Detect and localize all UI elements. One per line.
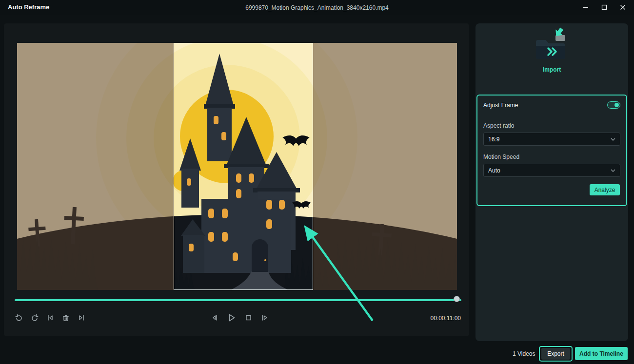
export-button[interactable]: Export [541,348,570,360]
playhead-handle[interactable] [454,296,460,302]
maximize-icon [600,3,609,12]
skip-to-start-button[interactable] [46,313,55,322]
adjust-frame-title: Adjust Frame [483,102,518,109]
delete-button[interactable] [61,313,70,322]
settings-panel: Import Adjust Frame Aspect ratio 16:9 Mo… [476,23,628,341]
aspect-ratio-select[interactable]: 16:9 [483,133,620,146]
stop-button[interactable] [244,313,253,322]
play-icon [226,312,237,323]
skip-to-start-icon [46,313,55,322]
chevron-down-icon [611,169,615,172]
motion-speed-value: Auto [488,167,500,174]
window-controls [576,0,632,15]
playback-controls [210,312,269,323]
add-to-timeline-button[interactable]: Add to Timeline [575,347,628,360]
adjust-frame-section: Adjust Frame Aspect ratio 16:9 Motion Sp… [476,95,627,206]
auto-reframe-window: Auto Reframe 6999870_Motion Graphics_Ani… [0,0,634,364]
export-highlight: Export [539,346,573,362]
redo-icon [30,313,39,322]
maximize-button[interactable] [595,0,614,15]
play-button[interactable] [226,312,237,323]
undo-button[interactable] [15,313,23,322]
skip-to-end-button[interactable] [77,313,86,322]
close-icon [618,3,627,12]
redo-button[interactable] [30,313,39,322]
page-title: Auto Reframe [8,3,49,11]
preview-panel: 00:00:11:00 [4,23,469,336]
aspect-ratio-value: 16:9 [488,136,499,143]
videos-count: 1 Videos [513,350,535,357]
previous-frame-button[interactable] [210,313,219,322]
aspect-ratio-label: Aspect ratio [483,122,514,129]
undo-icon [15,313,23,322]
play-forward-button[interactable] [260,313,269,322]
minimize-button[interactable] [576,0,595,15]
crop-frame[interactable] [174,43,313,290]
motion-speed-label: Motion Speed [483,153,519,160]
import-folder-icon [531,27,573,65]
previous-frame-icon [210,313,219,322]
play-forward-icon [260,313,269,322]
chevron-down-icon [611,138,615,141]
delete-icon [61,313,70,322]
minimize-icon [581,3,590,12]
motion-speed-select[interactable]: Auto [483,164,620,177]
close-button[interactable] [614,0,632,15]
import-button[interactable]: Import [476,27,628,73]
title-bar: Auto Reframe 6999870_Motion Graphics_Ani… [0,0,634,15]
edit-controls [15,313,86,322]
skip-to-end-icon [77,313,86,322]
video-preview [17,43,457,290]
timeline-slider[interactable] [15,299,461,301]
document-title: 6999870_Motion Graphics_Animation_3840x2… [122,4,512,11]
import-label: Import [476,66,628,73]
analyze-button[interactable]: Analyze [590,184,620,195]
adjust-frame-toggle[interactable] [607,101,620,109]
stop-icon [244,313,253,322]
current-timestamp: 00:00:11:00 [430,315,461,322]
